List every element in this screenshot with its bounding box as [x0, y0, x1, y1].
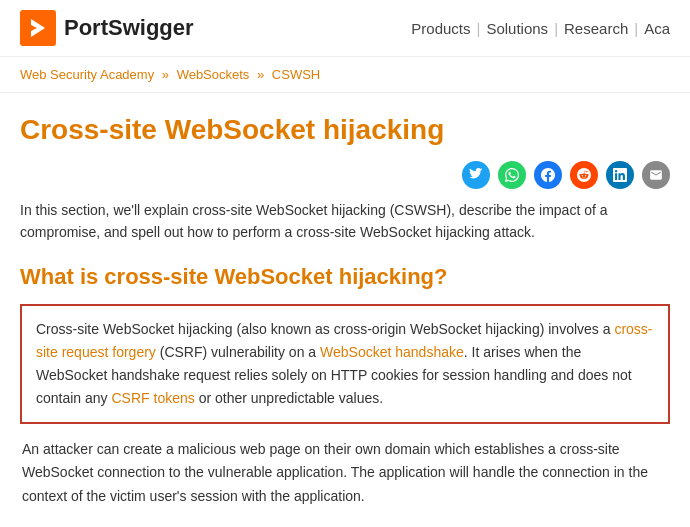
- nav-bar: Products | Solutions | Research | Aca: [411, 20, 670, 37]
- body-para-1: An attacker can create a malicious web p…: [20, 438, 670, 507]
- intro-paragraph: In this section, we'll explain cross-sit…: [20, 199, 670, 244]
- nav-research[interactable]: Research: [564, 20, 628, 37]
- nav-separator-2: |: [554, 20, 558, 37]
- logo-area: PortSwigger: [20, 10, 194, 46]
- logo-icon[interactable]: [20, 10, 56, 46]
- email-icon[interactable]: [642, 161, 670, 189]
- breadcrumb-sep-1: »: [162, 67, 173, 82]
- nav-separator-1: |: [477, 20, 481, 37]
- highlight-box: Cross-site WebSocket hijacking (also kno…: [20, 304, 670, 424]
- facebook-icon[interactable]: [534, 161, 562, 189]
- breadcrumb-websockets[interactable]: WebSockets: [177, 67, 250, 82]
- svg-marker-0: [31, 19, 45, 37]
- nav-academy[interactable]: Aca: [644, 20, 670, 37]
- breadcrumb: Web Security Academy » WebSockets » CSWS…: [0, 57, 690, 93]
- nav-separator-3: |: [634, 20, 638, 37]
- linkedin-icon[interactable]: [606, 161, 634, 189]
- whatsapp-icon[interactable]: [498, 161, 526, 189]
- highlight-text-4: or other unpredictable values.: [195, 390, 383, 406]
- main-content: Cross-site WebSocket hijacking In this s…: [0, 93, 690, 527]
- nav-products[interactable]: Products: [411, 20, 470, 37]
- highlight-text-1: Cross-site WebSocket hijacking (also kno…: [36, 321, 614, 337]
- logo-text[interactable]: PortSwigger: [64, 15, 194, 41]
- social-icons-row: [20, 161, 670, 189]
- highlight-text-2: (CSRF) vulnerability on a: [156, 344, 320, 360]
- csrf-tokens-link[interactable]: CSRF tokens: [112, 390, 195, 406]
- nav-solutions[interactable]: Solutions: [486, 20, 548, 37]
- page-title: Cross-site WebSocket hijacking: [20, 113, 670, 147]
- breadcrumb-home[interactable]: Web Security Academy: [20, 67, 154, 82]
- reddit-icon[interactable]: [570, 161, 598, 189]
- breadcrumb-sep-2: »: [257, 67, 268, 82]
- header: PortSwigger Products | Solutions | Resea…: [0, 0, 690, 57]
- section1-title: What is cross-site WebSocket hijacking?: [20, 263, 670, 292]
- twitter-icon[interactable]: [462, 161, 490, 189]
- breadcrumb-cswsh[interactable]: CSWSH: [272, 67, 320, 82]
- body-para-2: The attacker's page can then send arbitr…: [20, 522, 670, 527]
- websocket-handshake-link[interactable]: WebSocket handshake: [320, 344, 464, 360]
